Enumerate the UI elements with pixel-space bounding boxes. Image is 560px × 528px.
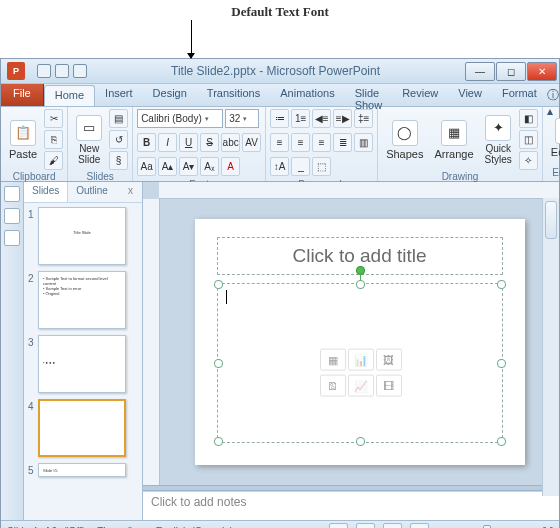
thumb-row[interactable]: 1Title Slide <box>28 207 138 265</box>
shape-fill-button[interactable]: ◧ <box>519 109 538 128</box>
resize-handle[interactable] <box>356 437 365 446</box>
resize-handle[interactable] <box>356 280 365 289</box>
line-spacing-button[interactable]: ‡≡ <box>354 109 373 128</box>
columns-button[interactable]: ▥ <box>354 133 373 152</box>
thumb-row[interactable]: 2• Sample Text to format second level co… <box>28 271 138 329</box>
align-center-button[interactable]: ≡ <box>291 133 310 152</box>
rail-icon[interactable] <box>4 208 20 224</box>
dec-indent-button[interactable]: ◀≡ <box>312 109 331 128</box>
qat-save-icon[interactable] <box>37 64 51 78</box>
insert-chart-icon[interactable]: 📊 <box>348 349 374 371</box>
slide-thumb-2[interactable]: • Sample Text to format second level con… <box>38 271 126 329</box>
tab-slides[interactable]: Slides <box>24 182 68 202</box>
slide-canvas[interactable]: Click to add title ▦ 📊 🖼 🖻 📈 <box>160 199 559 485</box>
app-icon[interactable]: P <box>7 62 25 80</box>
rail-icon[interactable] <box>4 186 20 202</box>
section-button[interactable]: § <box>109 151 128 170</box>
close-button[interactable]: ✕ <box>527 62 557 81</box>
minimize-button[interactable]: — <box>465 62 495 81</box>
shrink-font-button[interactable]: A▾ <box>179 157 198 176</box>
text-direction-button[interactable]: ↕A <box>270 157 289 176</box>
shape-effects-button[interactable]: ✧ <box>519 151 538 170</box>
italic-button[interactable]: I <box>158 133 177 152</box>
shape-outline-button[interactable]: ◫ <box>519 130 538 149</box>
strike-button[interactable]: S <box>200 133 219 152</box>
align-left-button[interactable]: ≡ <box>270 133 289 152</box>
font-color-button[interactable]: A <box>221 157 240 176</box>
thumbnails-list[interactable]: 1Title Slide 2• Sample Text to format se… <box>24 203 142 520</box>
font-name-combo[interactable]: Calibri (Body)▾ <box>137 109 223 128</box>
char-spacing-button[interactable]: AV <box>242 133 261 152</box>
tab-design[interactable]: Design <box>143 84 197 106</box>
format-painter-button[interactable]: 🖌 <box>44 151 63 170</box>
insert-clipart-icon[interactable]: 📈 <box>348 375 374 397</box>
ruler-horizontal[interactable] <box>159 182 559 199</box>
thumb-row[interactable]: 5Slide #5 <box>28 463 138 477</box>
quick-styles-button[interactable]: ✦Quick Styles <box>481 113 516 167</box>
reset-button[interactable]: ↺ <box>109 130 128 149</box>
resize-handle[interactable] <box>214 359 223 368</box>
inc-indent-button[interactable]: ≡▶ <box>333 109 352 128</box>
clear-format-button[interactable]: Aᵪ <box>200 157 219 176</box>
layout-button[interactable]: ▤ <box>109 109 128 128</box>
cut-button[interactable]: ✂ <box>44 109 63 128</box>
qat-undo-icon[interactable] <box>55 64 69 78</box>
tab-slideshow[interactable]: Slide Show <box>345 84 393 106</box>
editing-button[interactable]: 🔍Editing <box>547 116 560 160</box>
reading-view-button[interactable] <box>383 523 402 528</box>
insert-smartart-icon[interactable]: 🖼 <box>376 349 402 371</box>
insert-table-icon[interactable]: ▦ <box>320 349 346 371</box>
bold-button[interactable]: B <box>137 133 156 152</box>
tab-home[interactable]: Home <box>44 85 95 106</box>
tab-view[interactable]: View <box>448 84 492 106</box>
resize-handle[interactable] <box>214 437 223 446</box>
tab-transitions[interactable]: Transitions <box>197 84 270 106</box>
shapes-button[interactable]: ◯Shapes <box>382 118 427 162</box>
slide-thumb-4[interactable] <box>38 399 126 457</box>
slide-thumb-5[interactable]: Slide #5 <box>38 463 126 477</box>
slide[interactable]: Click to add title ▦ 📊 🖼 🖻 📈 <box>195 219 525 465</box>
close-pane-icon[interactable]: x <box>128 185 133 196</box>
rail-icon[interactable] <box>4 230 20 246</box>
resize-handle[interactable] <box>497 437 506 446</box>
tab-format[interactable]: Format <box>492 84 547 106</box>
change-case-button[interactable]: Aa <box>137 157 156 176</box>
grow-font-button[interactable]: A▴ <box>158 157 177 176</box>
insert-media-icon[interactable]: 🎞 <box>376 375 402 397</box>
bullets-button[interactable]: ≔ <box>270 109 289 128</box>
shadow-button[interactable]: abc <box>221 133 240 152</box>
underline-button[interactable]: U <box>179 133 198 152</box>
slide-thumb-1[interactable]: Title Slide <box>38 207 126 265</box>
normal-view-button[interactable] <box>329 523 348 528</box>
align-right-button[interactable]: ≡ <box>312 133 331 152</box>
numbering-button[interactable]: 1≡ <box>291 109 310 128</box>
scrollbar-vertical[interactable] <box>542 198 559 496</box>
tab-animations[interactable]: Animations <box>270 84 344 106</box>
new-slide-button[interactable]: ▭ New Slide <box>72 113 106 167</box>
tab-insert[interactable]: Insert <box>95 84 143 106</box>
maximize-button[interactable]: ◻ <box>496 62 526 81</box>
resize-handle[interactable] <box>497 359 506 368</box>
content-placeholder[interactable]: ▦ 📊 🖼 🖻 📈 🎞 <box>217 283 503 443</box>
sorter-view-button[interactable] <box>356 523 375 528</box>
tab-outline[interactable]: Outlinex <box>68 182 141 202</box>
qat-redo-icon[interactable] <box>73 64 87 78</box>
justify-button[interactable]: ≣ <box>333 133 352 152</box>
ribbon-help-icon[interactable]: ⓘ ▴ <box>547 84 559 106</box>
resize-handle[interactable] <box>497 280 506 289</box>
paste-button[interactable]: 📋 Paste <box>5 118 41 162</box>
ruler-vertical[interactable] <box>143 199 160 485</box>
notes-pane[interactable]: Click to add notes <box>143 491 559 520</box>
resize-handle[interactable] <box>214 280 223 289</box>
insert-picture-icon[interactable]: 🖻 <box>320 375 346 397</box>
tab-file[interactable]: File <box>1 84 44 106</box>
thumb-row[interactable]: 4 <box>28 399 138 457</box>
scroll-thumb[interactable] <box>545 201 557 239</box>
thumb-row[interactable]: 3• ● ● ● <box>28 335 138 393</box>
slide-thumb-3[interactable]: • ● ● ● <box>38 335 126 393</box>
slideshow-view-button[interactable] <box>410 523 429 528</box>
arrange-button[interactable]: ▦Arrange <box>430 118 477 162</box>
copy-button[interactable]: ⎘ <box>44 130 63 149</box>
font-size-combo[interactable]: 32▾ <box>225 109 259 128</box>
smartart-button[interactable]: ⬚ <box>312 157 331 176</box>
